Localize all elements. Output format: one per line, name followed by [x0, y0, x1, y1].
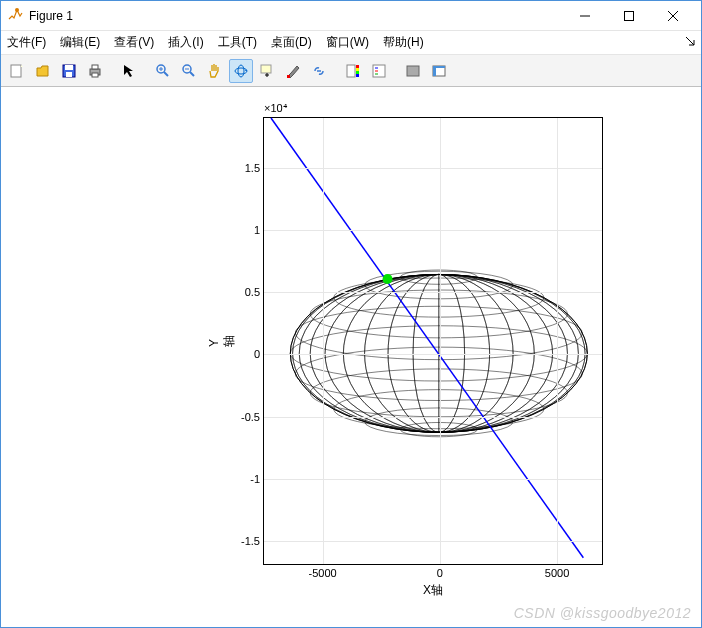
- svg-rect-25: [347, 65, 355, 77]
- svg-rect-5: [11, 65, 21, 77]
- y-tick-label: -0.5: [241, 411, 260, 423]
- menu-edit[interactable]: 编辑(E): [60, 34, 100, 51]
- dock-arrow-icon[interactable]: [685, 35, 695, 49]
- svg-line-17: [190, 72, 194, 76]
- gridline-h: [264, 417, 602, 418]
- rotate-3d-button[interactable]: [229, 59, 253, 83]
- menu-bar: 文件(F) 编辑(E) 查看(V) 插入(I) 工具(T) 桌面(D) 窗口(W…: [1, 31, 701, 55]
- svg-rect-21: [261, 65, 271, 73]
- menu-file[interactable]: 文件(F): [7, 34, 46, 51]
- svg-rect-2: [625, 11, 634, 20]
- svg-line-13: [164, 72, 168, 76]
- svg-rect-29: [356, 74, 359, 77]
- y-tick-label: 0: [254, 348, 260, 360]
- y-tick-label: -1: [250, 473, 260, 485]
- brush-button[interactable]: [281, 59, 305, 83]
- svg-rect-10: [92, 65, 98, 69]
- menu-window[interactable]: 窗口(W): [326, 34, 369, 51]
- hide-tools-button[interactable]: [401, 59, 425, 83]
- svg-rect-34: [407, 66, 419, 76]
- open-button[interactable]: [31, 59, 55, 83]
- gridline-h: [264, 168, 602, 169]
- figure-area[interactable]: ×10⁴ X轴 Y轴 -500005000-1.5-1-0.500.511.5 …: [1, 87, 701, 627]
- axes[interactable]: ×10⁴ X轴 Y轴 -500005000-1.5-1-0.500.511.5: [263, 117, 603, 565]
- pan-button[interactable]: [203, 59, 227, 83]
- svg-rect-11: [92, 73, 98, 77]
- data-cursor-button[interactable]: [255, 59, 279, 83]
- y-tick-label: 1.5: [245, 162, 260, 174]
- gridline-h: [264, 354, 602, 355]
- svg-rect-24: [287, 75, 290, 78]
- print-button[interactable]: [83, 59, 107, 83]
- svg-rect-30: [373, 65, 385, 77]
- insert-colorbar-button[interactable]: [341, 59, 365, 83]
- svg-rect-27: [356, 68, 359, 71]
- x-tick-label: -5000: [309, 567, 337, 579]
- gridline-h: [264, 479, 602, 480]
- save-button[interactable]: [57, 59, 81, 83]
- link-button[interactable]: [307, 59, 331, 83]
- watermark: CSDN @kissgoodbye2012: [514, 605, 691, 621]
- title-bar: Figure 1: [1, 1, 701, 31]
- insert-legend-button[interactable]: [367, 59, 391, 83]
- gridline-v: [323, 118, 324, 564]
- gridline-h: [264, 292, 602, 293]
- gridline-h: [264, 230, 602, 231]
- y-tick-label: -1.5: [241, 535, 260, 547]
- zoom-out-button[interactable]: [177, 59, 201, 83]
- svg-point-20: [238, 65, 244, 77]
- toolbar: [1, 55, 701, 87]
- menu-insert[interactable]: 插入(I): [168, 34, 203, 51]
- svg-rect-37: [433, 66, 445, 68]
- svg-rect-8: [66, 72, 72, 77]
- y-axis-label: Y轴: [207, 335, 238, 347]
- figure-window: Figure 1 文件(F) 编辑(E) 查看(V) 插入(I) 工具(T) 桌…: [0, 0, 702, 628]
- y-tick-label: 1: [254, 224, 260, 236]
- window-title: Figure 1: [29, 9, 563, 23]
- plot-canvas: [264, 118, 602, 564]
- satellite-marker: [383, 274, 393, 284]
- zoom-in-button[interactable]: [151, 59, 175, 83]
- minimize-button[interactable]: [563, 1, 607, 31]
- close-button[interactable]: [651, 1, 695, 31]
- svg-point-0: [15, 8, 19, 12]
- gridline-v: [557, 118, 558, 564]
- x-tick-label: 5000: [545, 567, 569, 579]
- svg-rect-28: [356, 71, 359, 74]
- matlab-icon: [7, 8, 23, 24]
- y-tick-label: 0.5: [245, 286, 260, 298]
- menu-help[interactable]: 帮助(H): [383, 34, 424, 51]
- trajectory-line: [271, 118, 583, 558]
- x-tick-label: 0: [437, 567, 443, 579]
- show-tools-button[interactable]: [427, 59, 451, 83]
- edit-plot-button[interactable]: [117, 59, 141, 83]
- new-figure-button[interactable]: [5, 59, 29, 83]
- svg-rect-26: [356, 65, 359, 68]
- y-exponent-label: ×10⁴: [264, 102, 287, 115]
- maximize-button[interactable]: [607, 1, 651, 31]
- menu-view[interactable]: 查看(V): [114, 34, 154, 51]
- gridline-h: [264, 541, 602, 542]
- menu-tools[interactable]: 工具(T): [218, 34, 257, 51]
- x-axis-label: X轴: [423, 582, 443, 599]
- svg-rect-7: [65, 65, 73, 70]
- gridline-v: [440, 118, 441, 564]
- menu-desktop[interactable]: 桌面(D): [271, 34, 312, 51]
